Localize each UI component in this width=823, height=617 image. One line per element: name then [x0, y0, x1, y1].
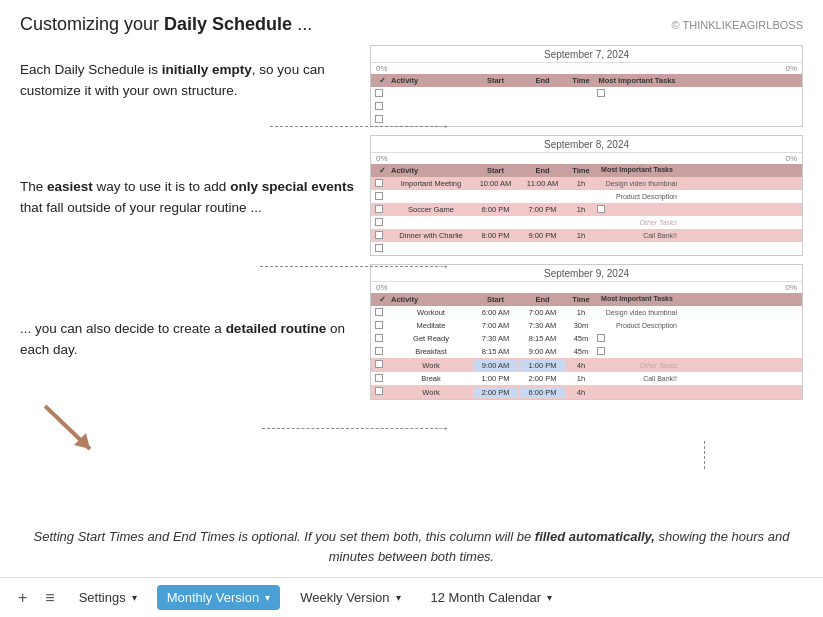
left-panel: Each Daily Schedule is initially empty, …: [20, 45, 360, 460]
day3-row-meditate: Meditate 7:00 AM 7:30 AM 30m Product Des…: [371, 319, 802, 332]
checkbox[interactable]: [375, 231, 383, 239]
day2-row-empty2: Other Tasks: [371, 216, 802, 229]
settings-label: Settings: [79, 590, 126, 605]
day2-row-soccer: Soccer Game 6:00 PM 7:00 PM 1h: [371, 203, 802, 216]
desc-text-3: ... you can also decide to create a deta…: [20, 319, 360, 361]
right-panel: September 7, 2024 0% 0% ✓ Activity Start…: [370, 45, 803, 460]
day3-row-break: Break 1:00 PM 2:00 PM 1h Call Bank!!: [371, 372, 802, 385]
settings-caret: ▾: [132, 592, 137, 603]
checkbox[interactable]: [375, 205, 383, 213]
description-block-1: Each Daily Schedule is initially empty, …: [20, 55, 360, 102]
weekly-caret: ▾: [396, 592, 401, 603]
checkbox[interactable]: [597, 205, 605, 213]
desc-text-1: Each Daily Schedule is initially empty, …: [20, 60, 360, 102]
day1-row-2: [371, 100, 802, 113]
title-prefix: Customizing your: [20, 14, 164, 34]
day2-col-headers: ✓ Activity Start End Time Most Important…: [371, 164, 802, 177]
checkbox[interactable]: [375, 347, 383, 355]
day2-header: September 8, 2024: [371, 136, 802, 153]
calendar-label: 12 Month Calendar: [431, 590, 542, 605]
day2-row-empty1: Product Description: [371, 190, 802, 203]
toolbar: + ≡ Settings ▾ Monthly Version ▾ Weekly …: [0, 577, 823, 617]
note-text-prefix: Setting Start Times and End Times is opt…: [34, 529, 535, 544]
monthly-caret: ▾: [265, 592, 270, 603]
checkbox[interactable]: [375, 360, 383, 368]
checkbox[interactable]: [375, 308, 383, 316]
checkbox[interactable]: [375, 102, 383, 110]
day2-progress: 0% 0%: [371, 153, 802, 164]
day-block-3: September 9, 2024 0% 0% ✓ Activity Start…: [370, 264, 803, 400]
day3-row-work1: Work 9:00 AM 1:00 PM 4h Other Tasks: [371, 358, 802, 372]
description-block-3: ... you can also decide to create a deta…: [20, 239, 360, 361]
title-bold: Daily Schedule: [164, 14, 292, 34]
day-block-2: September 8, 2024 0% 0% ✓ Activity Start…: [370, 135, 803, 256]
dashed-arrow-2: →: [260, 258, 450, 274]
day3-row-workout: Workout 6:00 AM 7:00 AM 1h Design video …: [371, 306, 802, 319]
header: Customizing your Daily Schedule ... © TH…: [0, 0, 823, 45]
calendar-caret: ▾: [547, 592, 552, 603]
day3-row-work2: Work 2:00 PM 6:00 PM 4h: [371, 385, 802, 399]
day2-row-meeting: Important Meeting 10:00 AM 11:00 AM 1h D…: [371, 177, 802, 190]
monthly-label: Monthly Version: [167, 590, 260, 605]
add-button[interactable]: +: [14, 587, 31, 609]
day-block-1: September 7, 2024 0% 0% ✓ Activity Start…: [370, 45, 803, 127]
checkbox[interactable]: [597, 89, 605, 97]
weekly-label: Weekly Version: [300, 590, 389, 605]
dashed-arrow-3: →: [262, 420, 450, 436]
checkbox[interactable]: [375, 192, 383, 200]
checkbox[interactable]: [375, 244, 383, 252]
copyright: © THINKLIKEAGIRLBOSS: [672, 19, 803, 31]
checkbox[interactable]: [375, 321, 383, 329]
day3-row-getready: Get Ready 7:30 AM 8:15 AM 45m: [371, 332, 802, 345]
main-content: Each Daily Schedule is initially empty, …: [0, 45, 823, 460]
monthly-version-button[interactable]: Monthly Version ▾: [157, 585, 281, 610]
checkbox[interactable]: [375, 334, 383, 342]
calendar-button[interactable]: 12 Month Calendar ▾: [421, 585, 563, 610]
description-block-2: The easiest way to use it is to add only…: [20, 122, 360, 219]
weekly-version-button[interactable]: Weekly Version ▾: [290, 585, 410, 610]
vertical-dashed: [704, 441, 705, 469]
checkbox[interactable]: [597, 334, 605, 342]
note-box: Setting Start Times and End Times is opt…: [0, 519, 823, 572]
day3-progress: 0% 0%: [371, 282, 802, 293]
day1-row-1: [371, 87, 802, 100]
checkbox[interactable]: [597, 347, 605, 355]
day2-row-dinner: Dinner with Charlie 8:00 PM 9:00 PM 1h C…: [371, 229, 802, 242]
day1-header: September 7, 2024: [371, 46, 802, 63]
day3-row-breakfast: Breakfast 8:15 AM 9:00 AM 45m: [371, 345, 802, 358]
settings-button[interactable]: Settings ▾: [69, 585, 147, 610]
day1-progress: 0% 0%: [371, 63, 802, 74]
page-title: Customizing your Daily Schedule ...: [20, 14, 312, 35]
day1-col-headers: ✓ Activity Start End Time Most Important…: [371, 74, 802, 87]
checkbox[interactable]: [375, 218, 383, 226]
menu-button[interactable]: ≡: [41, 587, 58, 609]
day2-row-empty3: [371, 242, 802, 255]
desc-text-2: The easiest way to use it is to add only…: [20, 177, 360, 219]
checkbox[interactable]: [375, 89, 383, 97]
checkbox[interactable]: [375, 179, 383, 187]
checkbox[interactable]: [375, 374, 383, 382]
title-suffix: ...: [292, 14, 312, 34]
note-text-bold: filled automatically,: [535, 529, 655, 544]
dashed-arrow-1: →: [270, 118, 450, 134]
checkbox[interactable]: [375, 387, 383, 395]
day3-col-headers: ✓ Activity Start End Time Most Important…: [371, 293, 802, 306]
